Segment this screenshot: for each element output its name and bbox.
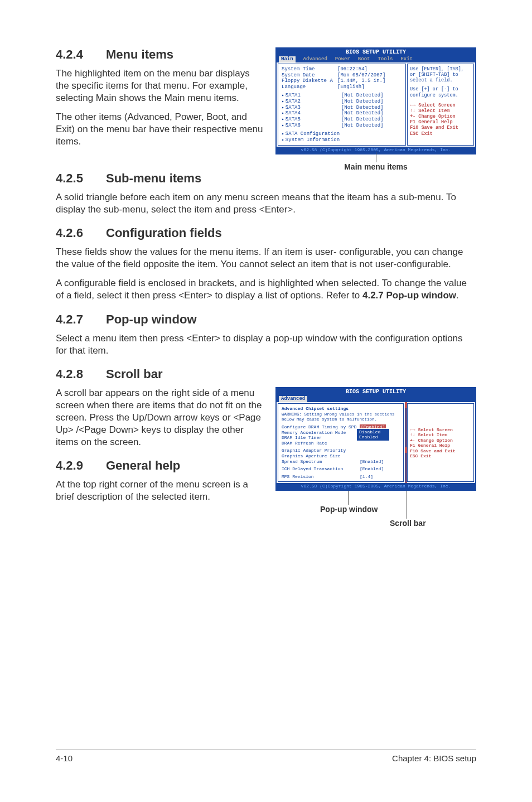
bios-help-text: select a field.	[410, 78, 471, 83]
bios-field-label: Memory Acceleration Mode	[282, 430, 360, 436]
bios-field-label: ICH Delayed Transaction	[282, 466, 360, 472]
bios-field-label: Graphic Adapter Priority	[282, 448, 360, 453]
heading-425: 4.2.5Sub-menu items	[56, 171, 476, 186]
bios-tabs: Main Advanced Power Boot Tools Exit	[277, 56, 475, 62]
bios-field-value: [Enabled]	[360, 459, 384, 465]
chapter-title: Chapter 4: BIOS setup	[392, 753, 476, 763]
bios-field-label: SATA3	[286, 105, 341, 111]
paragraph: These fields show the values for the men…	[56, 246, 476, 270]
bios-field-label: DRAM Idle Timer	[282, 435, 360, 441]
bios-scrollbar-thumb	[405, 403, 407, 408]
bios-scrollbar-thumb	[405, 447, 407, 453]
bios-tab-advanced: Advanced	[279, 396, 307, 402]
heading-424: 4.2.4Menu items	[56, 47, 264, 62]
bios-tab: Tools	[378, 56, 393, 62]
bios-key-desc: Select Screen	[418, 427, 452, 432]
bios-help-panel: ←→ Select Screen ↑↓ Select Item +- Chang…	[407, 403, 474, 482]
bios-key-desc: Exit	[420, 453, 431, 458]
bios-key-desc: Save and Exit	[420, 448, 455, 453]
caption-text: Main menu items	[344, 162, 408, 171]
bios-key: +-	[410, 114, 415, 119]
section-title: Configuration fields	[106, 226, 222, 240]
bios-field-value: [Not Detected]	[341, 117, 384, 123]
bios-title: BIOS SETUP UTILITY	[277, 388, 475, 396]
section-title: Scroll bar	[106, 367, 162, 381]
bios-key-desc: Change Option	[418, 114, 455, 119]
bios-field-label: Spread Spectrum	[282, 459, 360, 465]
heading-428: 4.2.8Scroll bar	[56, 367, 476, 381]
bios-field-value: [Not Detected]	[341, 123, 384, 129]
bios-field-label: System Date	[282, 73, 337, 79]
bios-key-desc: General Help	[418, 119, 452, 125]
bios-key: ↑↓	[410, 108, 415, 114]
callout-line	[348, 491, 349, 505]
paragraph: At the top right corner of the menu scre…	[56, 479, 264, 503]
paragraph: The other items (Advanced, Power, Boot, …	[56, 111, 264, 148]
bios-key: F10	[410, 125, 418, 131]
bios-field-value: [06:22:54]	[337, 66, 367, 73]
bios-field-label: SATA1	[286, 93, 341, 99]
bios-popup: Disabled Enabled	[356, 428, 390, 441]
bios-field-label: Graphics Aperture Size	[282, 453, 360, 459]
caption-scrollbar: Scroll bar	[390, 519, 426, 528]
section-title: General help	[106, 458, 180, 472]
bios-tab: Exit	[400, 56, 413, 62]
bios-key-desc: Select Item	[418, 108, 449, 114]
heading-429: 4.2.9General help	[56, 458, 264, 473]
bios-help-text: configure system.	[410, 93, 471, 98]
paragraph: The highlighted item on the menu bar dis…	[56, 67, 264, 104]
bios-field-label: Language	[282, 84, 337, 90]
bios-field-value: [Mon 05/07/2007]	[337, 73, 385, 79]
bios-key: +-	[410, 438, 415, 443]
bios-help-text: or [SHIFT-TAB] to	[410, 72, 471, 78]
bios-key: F1	[410, 443, 415, 448]
bios-field-label: SATA6	[286, 123, 341, 129]
bios-field-value: [Not Detected]	[341, 99, 384, 105]
bios-field-label: Configure DRAM Timing by SPD	[282, 424, 360, 430]
caption-main-menu-items: Main menu items	[275, 162, 476, 171]
bios-field-value: [English]	[337, 84, 365, 90]
paragraph: A solid triangle before each item on any…	[56, 191, 476, 216]
bios-help-text: Use [ENTER], [TAB],	[410, 66, 471, 72]
paragraph-bold: 4.2.7 Pop-up window	[362, 290, 456, 301]
bios-popup-option: Disabled	[359, 429, 387, 435]
section-title: Sub-menu items	[106, 171, 201, 185]
section-num: 4.2.5	[56, 171, 106, 186]
section-num: 4.2.6	[56, 226, 106, 240]
section-num: 4.2.4	[56, 47, 106, 62]
bios-help-panel: Use [ENTER], [TAB], or [SHIFT-TAB] to se…	[407, 64, 474, 146]
bios-field-label: DRAM Refresh Rate	[282, 441, 360, 446]
bios-left-panel: Advanced Chipset settings WARNING: Setti…	[278, 403, 404, 482]
bios-key-desc: General Help	[418, 443, 450, 448]
bios-tabs: Advanced	[277, 396, 475, 402]
bios-tab: Boot	[358, 56, 370, 62]
bios-field-value: [Not Detected]	[341, 105, 384, 111]
bios-title: BIOS SETUP UTILITY	[277, 49, 475, 56]
paragraph-text: .	[456, 290, 459, 301]
page-number: 4-10	[56, 753, 72, 763]
bios-field-label: SATA5	[286, 117, 341, 123]
bios-tab: Advanced	[303, 56, 327, 62]
bios-key: ↑↓	[410, 432, 415, 437]
bios-key-desc: Change Option	[418, 438, 452, 443]
bios-key-desc: Save and Exit	[421, 125, 458, 131]
bios-help-text: Use [+] or [-] to	[410, 86, 471, 92]
bios-key: F1	[410, 119, 415, 125]
bios-field-value: [Not Detected]	[341, 93, 384, 99]
bios-key: ←→	[410, 427, 415, 432]
bios-tab-main: Main	[279, 56, 296, 62]
bios-warning: WARNING: Setting wrong values in the sec…	[282, 412, 400, 422]
section-num: 4.2.8	[56, 367, 106, 381]
bios-field-label: Floppy Diskette A	[282, 78, 337, 84]
bios-key-desc: Select Screen	[418, 103, 455, 108]
bios-key: ←→	[410, 103, 415, 108]
bios-field-label: System Time	[282, 66, 337, 73]
bios-key: F10	[410, 448, 418, 453]
callout-line	[376, 152, 376, 162]
bios-field-value: [Enabled]	[360, 466, 384, 472]
bios-screenshot-main: BIOS SETUP UTILITY Main Advanced Power B…	[275, 47, 476, 154]
bios-submenu: System Information	[286, 137, 340, 143]
section-num: 4.2.7	[56, 312, 106, 327]
bios-field-label: SATA2	[286, 99, 341, 105]
paragraph: A scroll bar appears on the right side o…	[56, 387, 264, 448]
